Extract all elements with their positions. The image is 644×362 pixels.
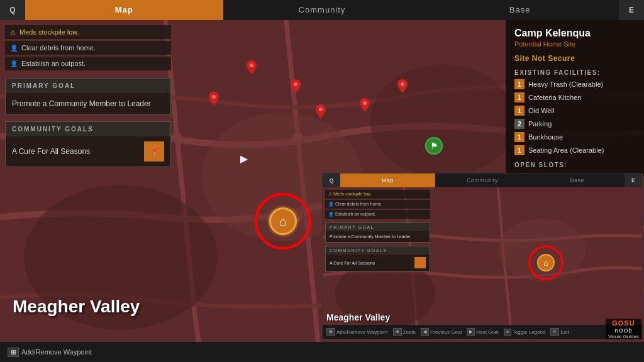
minimap-next-key: ▶ bbox=[467, 328, 475, 336]
minimap-exit-key: ✕ bbox=[550, 328, 559, 336]
svg-point-3 bbox=[370, 64, 515, 177]
minimap-community-goals-box: COMMUNITY GOALS A Cure For All Seasons 📍 bbox=[325, 246, 430, 272]
add-waypoint-key: ⊞ bbox=[8, 348, 19, 357]
minimap-add-key: ⊞ bbox=[326, 328, 335, 336]
map-pin-5[interactable] bbox=[360, 98, 370, 114]
minimap: Q Map Community Base E ⚠ Meds stockpile … bbox=[322, 173, 643, 339]
facility-name: Seating Area (Clearable) bbox=[528, 146, 604, 154]
tab-community[interactable]: Community bbox=[223, 0, 421, 20]
map-pin-3[interactable] bbox=[291, 79, 301, 96]
svg-point-8 bbox=[250, 63, 253, 67]
svg-point-12 bbox=[363, 101, 367, 105]
svg-point-5 bbox=[172, 132, 182, 141]
svg-point-9 bbox=[212, 95, 216, 99]
facility-badge: 1 bbox=[514, 145, 525, 155]
facilities-header: EXISTING FACILITIES: bbox=[514, 69, 635, 76]
right-panel: Camp Kelenqua Potential Home Site Site N… bbox=[506, 20, 644, 176]
minimap-zoom-label: Zoom bbox=[403, 329, 416, 335]
facility-cafeteria: 1 Cafeteria Kitchen bbox=[514, 92, 635, 102]
minimap-content: ⚠ Meds stockpile low. 👤 Clear debris fro… bbox=[323, 187, 642, 325]
tab-base[interactable]: Base bbox=[421, 0, 619, 20]
facility-parking: 2 Parking bbox=[514, 119, 635, 129]
minimap-location-name: Meagher Valley bbox=[326, 312, 390, 322]
map-pin-2[interactable] bbox=[209, 92, 219, 108]
watermark: GOSU nOOb Visual Guides bbox=[606, 319, 641, 339]
direction-arrow: ▶ bbox=[240, 153, 248, 165]
minimap-add-waypoint-btn[interactable]: ⊞ Add/Remove Waypoint bbox=[326, 328, 388, 336]
facility-name: Old Well bbox=[528, 107, 554, 114]
q-key[interactable]: Q bbox=[0, 0, 25, 20]
minimap-next-label: Next Goal bbox=[476, 329, 499, 335]
watermark-nood: nOOb bbox=[606, 327, 641, 334]
minimap-tab-base[interactable]: Base bbox=[530, 173, 625, 187]
facility-heavy-trash: 1 Heavy Trash (Clearable) bbox=[514, 79, 635, 89]
minimap-alert-meds: ⚠ Meds stockpile low. bbox=[325, 190, 430, 199]
map-pin-6[interactable] bbox=[397, 79, 408, 96]
minimap-community-goal-item: A Cure For All Seasons 📍 bbox=[326, 255, 430, 271]
minimap-e-key: E bbox=[625, 173, 642, 187]
svg-point-6 bbox=[293, 132, 303, 141]
open-slots-header: OPEN SLOTS: bbox=[514, 162, 635, 168]
facility-name: Heavy Trash (Clearable) bbox=[528, 80, 603, 88]
minimap-alert-outpost: 👤 Establish an outpost. bbox=[325, 210, 430, 219]
facility-badge: 1 bbox=[514, 106, 525, 116]
minimap-next-goal-btn[interactable]: ▶ Next Goal bbox=[467, 328, 499, 336]
svg-point-11 bbox=[319, 107, 323, 111]
e-key[interactable]: E bbox=[619, 0, 644, 20]
facility-badge: 1 bbox=[514, 92, 525, 102]
minimap-exit-label: Exit bbox=[560, 329, 569, 335]
minimap-prev-label: Previous Goal bbox=[430, 329, 462, 335]
watermark-vg: Visual Guides bbox=[606, 334, 641, 339]
minimap-topbar: Q Map Community Base E bbox=[323, 173, 642, 187]
minimap-prev-key: ◀ bbox=[421, 328, 429, 336]
minimap-primary-goal-header: PRIMARY GOAL bbox=[326, 223, 430, 231]
map-pin-1[interactable] bbox=[247, 60, 257, 77]
map-pin-4[interactable] bbox=[316, 104, 326, 121]
green-location-marker[interactable]: ⚑ bbox=[425, 137, 443, 155]
camp-name: Camp Kelenqua bbox=[514, 28, 635, 39]
minimap-alerts: ⚠ Meds stockpile low. 👤 Clear debris fro… bbox=[325, 190, 430, 219]
facility-seating: 1 Seating Area (Clearable) bbox=[514, 145, 635, 155]
minimap-q-key: Q bbox=[323, 173, 340, 187]
top-navigation: Q Map Community Base E bbox=[0, 0, 644, 20]
watermark-gosu: GOSU bbox=[606, 319, 641, 327]
minimap-alert-debris: 👤 Clear debris from home. bbox=[325, 200, 430, 209]
facility-badge: 1 bbox=[514, 132, 525, 142]
facility-badge: 2 bbox=[514, 119, 525, 129]
camp-subtitle: Potential Home Site bbox=[514, 40, 635, 48]
minimap-tab-community[interactable]: Community bbox=[435, 173, 530, 187]
minimap-toggle-legend-btn[interactable]: ≡ Toggle Legend bbox=[504, 329, 546, 336]
svg-point-10 bbox=[294, 82, 297, 86]
minimap-bottom-bar: ⊞ Add/Remove Waypoint ⊕ Zoom ◀ Previous … bbox=[323, 325, 642, 339]
minimap-toggle-key: ≡ bbox=[504, 329, 511, 336]
minimap-tab-map[interactable]: Map bbox=[340, 173, 435, 187]
facility-badge: 1 bbox=[514, 79, 525, 89]
facility-bunkhouse: 1 Bunkhouse bbox=[514, 132, 635, 142]
minimap-community-goals-header: COMMUNITY GOALS bbox=[326, 246, 430, 255]
minimap-goal-pin: 📍 bbox=[414, 257, 426, 268]
facility-well: 1 Old Well bbox=[514, 106, 635, 116]
facility-name: Bunkhouse bbox=[528, 133, 563, 141]
minimap-zoom-btn[interactable]: ⊕ Zoom bbox=[393, 328, 416, 336]
minimap-add-waypoint-label: Add/Remove Waypoint bbox=[336, 329, 388, 335]
home-location-marker[interactable]: ⌂ bbox=[269, 207, 297, 235]
minimap-exit-btn[interactable]: ✕ Exit bbox=[550, 328, 569, 336]
minimap-toggle-label: Toggle Legend bbox=[513, 329, 546, 335]
site-status: Site Not Secure bbox=[514, 54, 635, 63]
facility-name: Parking bbox=[528, 120, 552, 128]
location-name: Meagher Valley bbox=[13, 297, 140, 317]
tab-map[interactable]: Map bbox=[25, 0, 223, 20]
facility-name: Cafeteria Kitchen bbox=[528, 94, 581, 101]
svg-point-13 bbox=[401, 82, 404, 86]
bottom-bar: ⊞ Add/Remove Waypoint bbox=[0, 342, 644, 362]
minimap-home-marker: ⌂ bbox=[537, 254, 555, 272]
minimap-primary-goal-box: PRIMARY GOAL Promote a Community Member … bbox=[325, 222, 430, 243]
home-icon: ⌂ bbox=[269, 207, 297, 235]
add-waypoint-button[interactable]: ⊞ Add/Remove Waypoint bbox=[8, 348, 92, 357]
minimap-zoom-key: ⊕ bbox=[393, 328, 402, 336]
add-waypoint-label: Add/Remove Waypoint bbox=[21, 348, 92, 356]
minimap-primary-goal-text: Promote a Community Member to Leader bbox=[326, 231, 430, 242]
minimap-prev-goal-btn[interactable]: ◀ Previous Goal bbox=[421, 328, 462, 336]
minimap-left-panel: ⚠ Meds stockpile low. 👤 Clear debris fro… bbox=[323, 187, 433, 325]
minimap-community-goal-text: A Cure For All Seasons bbox=[330, 261, 412, 265]
